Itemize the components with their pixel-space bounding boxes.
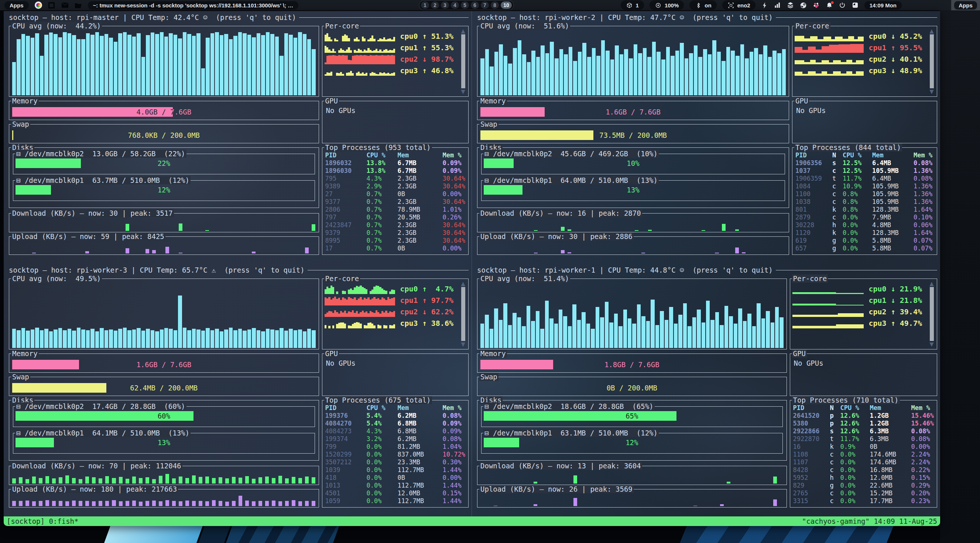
scroll-down-icon[interactable]: ▼ bbox=[929, 89, 934, 94]
layers-icon[interactable] bbox=[787, 2, 794, 9]
chart-bar bbox=[862, 44, 864, 53]
scrollbar[interactable]: ▲ ▼ bbox=[928, 29, 935, 94]
scroll-up-icon[interactable]: ▲ bbox=[929, 281, 934, 286]
core-history-chart bbox=[795, 66, 864, 76]
chart-bar bbox=[178, 296, 182, 348]
corner-apps-button[interactable]: Apps bbox=[954, 1, 977, 10]
process-row: 2922866s12.6%6.3MB0.08% bbox=[793, 427, 934, 435]
socktop-pane[interactable]: socktop — host: rpi-worker-2 | CPU Temp:… bbox=[472, 11, 940, 264]
cluster-tray-icon[interactable] bbox=[813, 2, 820, 9]
workspace-3[interactable]: 3 bbox=[441, 2, 449, 9]
volume-indicator[interactable]: 100% bbox=[649, 0, 684, 10]
process-cell: 5952 bbox=[793, 474, 830, 482]
chart-bar bbox=[513, 48, 517, 95]
focused-window-title[interactable]: ~: tmux new-session -d -s socktop 'sockt… bbox=[88, 1, 299, 10]
window-app-icon[interactable] bbox=[48, 2, 56, 9]
process-cell: 418 bbox=[325, 474, 367, 482]
chart-bar bbox=[25, 500, 29, 506]
core-history-chart bbox=[325, 54, 395, 64]
network-indicator[interactable]: eno2 bbox=[722, 0, 756, 10]
disk-item: ⊟ /dev/mmcblk0p1 63.7MB / 510.0MB (12%)1… bbox=[13, 180, 315, 201]
workspace-2[interactable]: 2 bbox=[431, 2, 439, 9]
process-cell: 1013 bbox=[325, 482, 367, 489]
socktop-pane[interactable]: socktop — host: rpi-master | CPU Temp: 4… bbox=[4, 11, 472, 264]
socktop-pane[interactable]: socktop — host: rpi-worker-1 | CPU Temp:… bbox=[472, 264, 940, 516]
chart-bar bbox=[215, 329, 219, 348]
column-header: Mem % bbox=[911, 404, 934, 412]
files-app-icon[interactable] bbox=[75, 2, 82, 9]
color-wheel-app-icon[interactable] bbox=[35, 2, 42, 9]
core-row: cpu3 ↓ 48.9% bbox=[795, 64, 922, 76]
apps-menu-button[interactable]: Apps bbox=[5, 1, 29, 10]
cpu-avg-box: CPU avg (now: 49.5%) bbox=[9, 279, 319, 349]
chart-bar bbox=[689, 53, 693, 95]
workspace-4[interactable]: 4 bbox=[451, 2, 459, 9]
chart-bar bbox=[79, 479, 82, 484]
process-table-header: PIDCPU %MemMem % bbox=[325, 151, 465, 159]
process-cell: 2641520 bbox=[793, 412, 830, 420]
cpu-avg-box: CPU avg (now: 44.2%) bbox=[9, 26, 319, 97]
scrollbar[interactable]: ▲ ▼ bbox=[460, 29, 466, 94]
chart-bar bbox=[536, 311, 539, 348]
core-history-chart bbox=[795, 43, 864, 53]
scroll-down-icon[interactable]: ▼ bbox=[929, 342, 934, 347]
wallpaper-shape bbox=[103, 526, 204, 543]
process-cell: 0.30% bbox=[443, 459, 465, 466]
process-cell: 1.64% bbox=[913, 229, 934, 237]
clock-indicator[interactable]: 14:09 Mon bbox=[864, 1, 902, 10]
mail-app-icon[interactable] bbox=[61, 2, 69, 9]
workspace-5[interactable]: 5 bbox=[461, 2, 469, 9]
core-value-label: cpu1 ↑ 55.3% bbox=[395, 43, 453, 53]
process-cell: 2.3GB bbox=[398, 229, 443, 237]
chart-bar bbox=[183, 32, 186, 95]
scrollbar-thumb[interactable] bbox=[930, 34, 934, 88]
power-icon[interactable] bbox=[838, 2, 846, 9]
workspace-6[interactable]: 6 bbox=[471, 2, 479, 9]
power-profile-icon[interactable] bbox=[761, 2, 768, 9]
process-cell: 10.9% bbox=[843, 183, 872, 190]
process-cell: 1.36% bbox=[913, 190, 934, 198]
scroll-up-icon[interactable]: ▲ bbox=[461, 29, 465, 33]
process-cell: 78.9MB bbox=[398, 206, 443, 213]
process-row: 5952h0.0%12.0MB0.15% bbox=[793, 474, 934, 482]
pane-header: socktop — host: rpi-worker-2 | CPU Temp:… bbox=[477, 13, 937, 22]
scroll-down-icon[interactable]: ▼ bbox=[461, 342, 465, 347]
process-cell: 12.6% bbox=[840, 427, 870, 435]
scrollbar[interactable]: ▲ ▼ bbox=[928, 281, 935, 347]
system-monitor-bars-icon[interactable] bbox=[774, 2, 781, 9]
process-cell: k bbox=[832, 206, 843, 213]
core-row: cpu0 ↑ 4.7% bbox=[325, 283, 453, 294]
scrollbar[interactable]: ▲ ▼ bbox=[460, 281, 466, 347]
chart-bar bbox=[19, 501, 22, 506]
notification-bell-icon[interactable] bbox=[826, 2, 833, 9]
scrollbar-thumb[interactable] bbox=[461, 287, 465, 341]
socktop-pane[interactable]: socktop — host: rpi-worker-3 | CPU Temp:… bbox=[4, 264, 472, 516]
workspace-8[interactable]: 8 bbox=[491, 2, 499, 9]
scrollbar-thumb[interactable] bbox=[930, 287, 934, 341]
usage-history-icon[interactable] bbox=[851, 2, 859, 9]
chart-bar bbox=[661, 59, 665, 95]
workspace-10[interactable]: 10 bbox=[501, 2, 512, 9]
scroll-up-icon[interactable]: ▲ bbox=[461, 281, 465, 286]
chart-bar bbox=[692, 317, 696, 348]
scroll-up-icon[interactable]: ▲ bbox=[929, 29, 934, 33]
chart-bar bbox=[708, 54, 712, 95]
gpu-box: GPU No GPUs bbox=[322, 354, 469, 396]
core-history-chart bbox=[325, 307, 395, 317]
scroll-down-icon[interactable]: ▼ bbox=[461, 89, 465, 94]
tmux-session-window[interactable]: [socktop] 0:fish* bbox=[6, 517, 78, 525]
chart-bar bbox=[745, 58, 749, 95]
disks-box: Disks ⊟ /dev/mmcblk0p2 18.6GB / 28.8GB (… bbox=[477, 400, 787, 461]
bluetooth-indicator[interactable]: on bbox=[689, 0, 716, 10]
steam-icon[interactable] bbox=[800, 2, 807, 9]
chart-bar bbox=[366, 289, 368, 295]
column-header: PID bbox=[325, 404, 367, 412]
chart-bar bbox=[743, 321, 747, 348]
corner-apps-label: Apps bbox=[959, 2, 973, 8]
scrollbar-thumb[interactable] bbox=[461, 34, 465, 88]
window-count-indicator[interactable]: 1 bbox=[621, 0, 644, 10]
workspace-1[interactable]: 1 bbox=[421, 2, 429, 9]
tmux-status-bar: [socktop] 0:fish* "cachyos-gaming" 14:09… bbox=[4, 516, 940, 526]
workspace-7[interactable]: 7 bbox=[481, 2, 489, 9]
chart-bar bbox=[146, 329, 150, 348]
